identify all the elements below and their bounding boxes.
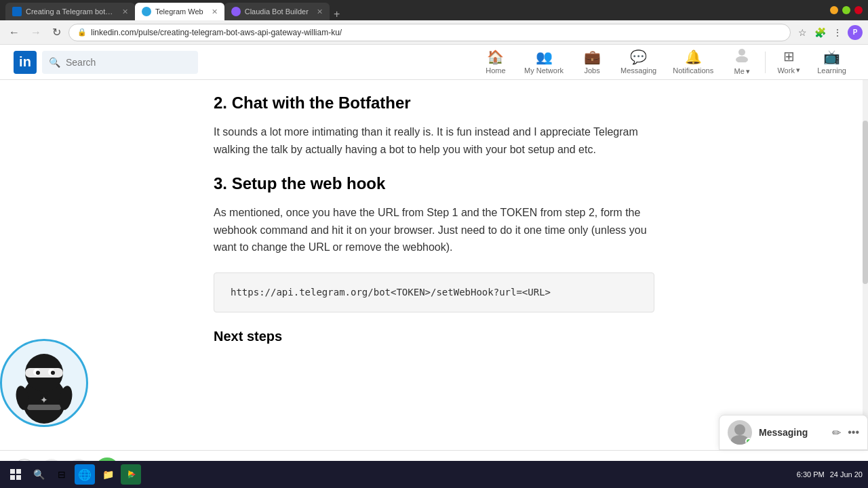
browser-tab-2[interactable]: Telegram Web ✕ [135, 3, 224, 20]
svg-rect-10 [27, 405, 61, 410]
nav-divider [765, 52, 766, 73]
nav-jobs[interactable]: 💼 Jobs [572, 45, 612, 80]
next-steps-heading: Next steps [214, 329, 654, 344]
messaging-online-indicator [745, 438, 752, 445]
svg-rect-17 [10, 475, 15, 480]
messaging-popup-label: Messaging [759, 427, 825, 438]
search-icon: 🔍 [49, 57, 60, 68]
svg-rect-4 [25, 368, 63, 378]
learning-label: Learning [817, 66, 846, 75]
minimize-button[interactable] [830, 6, 838, 14]
section2-heading: 2. Chat with the Botfather [214, 94, 654, 113]
work-label: Work▾ [777, 66, 800, 75]
section3-heading: 3. Setup the web hook [214, 174, 654, 193]
linkedin-logo[interactable]: in [14, 51, 37, 74]
code-text: https://api.telegram.org/bot<TOKEN>/setW… [231, 287, 551, 298]
nav-messaging[interactable]: 💬 Messaging [612, 45, 665, 80]
me-icon [734, 47, 749, 66]
home-icon: 🏠 [487, 49, 504, 65]
toolbar-icons: ☆ 🧩 ⋮ P [795, 25, 863, 40]
bookmark-star-icon[interactable]: ☆ [795, 25, 810, 40]
svg-rect-15 [10, 469, 15, 474]
taskbar-search-icon[interactable]: 🔍 [28, 464, 49, 485]
ninja-container: ✦ [0, 339, 88, 447]
messaging-compose-button[interactable]: ✏ [832, 426, 841, 439]
taskbar-systray: 6:30 PM 24 Jun 20 [797, 470, 863, 479]
messaging-nav-icon: 💬 [630, 49, 647, 65]
svg-point-0 [738, 49, 745, 56]
nav-work[interactable]: ⊞ Work▾ [768, 45, 809, 80]
tab-close-3[interactable]: ✕ [317, 7, 323, 16]
tab-close-2[interactable]: ✕ [212, 7, 218, 16]
work-icon: ⊞ [783, 48, 795, 64]
browser-tab-1[interactable]: Creating a Telegram bot with AI ✕ [5, 3, 135, 20]
taskbar-task-view[interactable]: ⊟ [52, 464, 72, 485]
browser-titlebar: Creating a Telegram bot with AI ✕ Telegr… [0, 0, 868, 20]
messaging-more-button[interactable]: ••• [848, 426, 859, 439]
tab-close-1[interactable]: ✕ [122, 7, 128, 16]
nav-home[interactable]: 🏠 Home [475, 45, 516, 80]
jobs-label: Jobs [584, 66, 599, 75]
taskbar-time: 6:30 PM [797, 470, 825, 479]
address-bar[interactable]: 🔒 linkedin.com/pulse/creating-telegram-b… [68, 24, 791, 41]
tab-favicon-2 [142, 7, 151, 16]
messaging-popup[interactable]: Messaging ✏ ••• [719, 415, 868, 450]
network-icon: 👥 [536, 49, 553, 65]
nav-learning[interactable]: 📺 Learning [809, 45, 854, 80]
home-label: Home [486, 66, 505, 75]
taskbar-date: 24 Jun 20 [830, 470, 863, 479]
close-button[interactable] [854, 6, 863, 14]
svg-rect-18 [16, 475, 21, 480]
tabs-row: Creating a Telegram bot with AI ✕ Telegr… [5, 0, 826, 20]
forward-button[interactable]: → [27, 25, 45, 40]
extensions-icon[interactable]: 🧩 [812, 25, 827, 40]
notifications-icon: 🔔 [685, 49, 702, 65]
nav-items: 🏠 Home 👥 My Network 💼 Jobs 💬 Messaging 🔔… [475, 45, 854, 80]
section3-paragraph: As mentioned, once you have the URL from… [214, 204, 654, 256]
nav-me[interactable]: Me▾ [722, 45, 762, 80]
taskbar-edge-icon[interactable]: 🌐 [75, 464, 95, 485]
taskbar-chrome-icon[interactable] [121, 464, 141, 485]
nav-notifications[interactable]: 🔔 Notifications [665, 45, 722, 80]
restore-button[interactable] [842, 6, 850, 14]
svg-point-8 [51, 371, 55, 375]
reload-button[interactable]: ↻ [49, 24, 64, 40]
new-tab-button[interactable]: + [330, 8, 344, 20]
browser-tab-3[interactable]: Claudia Bot Builder ✕ [224, 3, 330, 20]
svg-rect-16 [16, 469, 21, 474]
browser-settings-icon[interactable]: ⋮ [830, 25, 845, 40]
back-button[interactable]: ← [5, 25, 23, 40]
browser-toolbar: ← → ↻ 🔒 linkedin.com/pulse/creating-tele… [0, 20, 868, 45]
browser-profile-avatar[interactable]: P [848, 25, 863, 40]
linkedin-nav: in 🔍 🏠 Home 👥 My Network 💼 Jobs 💬 Messag… [0, 45, 868, 80]
address-text: linkedin.com/pulse/creating-telegram-bot… [91, 28, 342, 37]
learning-icon: 📺 [823, 49, 840, 65]
article-container[interactable]: 2. Chat with the Botfather It sounds a l… [186, 80, 682, 488]
nav-my-network[interactable]: 👥 My Network [516, 45, 572, 80]
svg-point-7 [36, 371, 40, 375]
tab-label-3: Claudia Bot Builder [245, 7, 309, 16]
search-bar[interactable]: 🔍 [42, 51, 198, 74]
tab-favicon-1 [12, 7, 22, 16]
taskbar-file-explorer[interactable]: 📁 [98, 464, 118, 485]
svg-text:✦: ✦ [40, 394, 48, 405]
ninja-image: ✦ [0, 339, 88, 427]
taskbar: 🔍 ⊟ 🌐 📁 6:30 PM 24 Jun 20 [0, 461, 868, 488]
svg-point-13 [734, 424, 745, 435]
scrollbar-thumb[interactable] [863, 121, 868, 284]
network-label: My Network [524, 66, 564, 75]
messaging-avatar [728, 420, 752, 445]
section2-paragraph: It sounds a lot more intimating than it … [214, 123, 654, 158]
jobs-icon: 💼 [584, 49, 601, 65]
start-button[interactable] [5, 464, 26, 485]
page-content: ✦ 2. Chat with the Botfather It sounds a… [0, 80, 868, 488]
tab-favicon-3 [231, 7, 241, 16]
me-label: Me▾ [734, 67, 750, 76]
svg-point-1 [736, 56, 748, 62]
messaging-nav-label: Messaging [620, 66, 656, 75]
search-input[interactable] [66, 57, 191, 68]
tab-label-1: Creating a Telegram bot with AI [26, 7, 114, 16]
notifications-label: Notifications [673, 66, 713, 75]
code-block: https://api.telegram.org/bot<TOKEN>/setW… [214, 272, 654, 312]
lock-icon: 🔒 [77, 28, 87, 37]
